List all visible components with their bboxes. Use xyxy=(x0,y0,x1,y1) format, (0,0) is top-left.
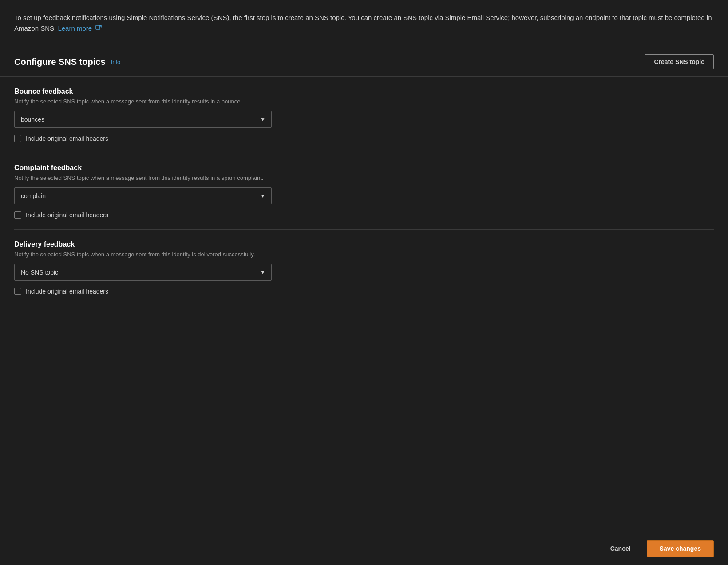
complaint-feedback-select[interactable]: No SNS topic bounces complain xyxy=(14,187,272,204)
delivery-feedback-select[interactable]: No SNS topic bounces complain xyxy=(14,264,272,281)
feedback-sections: Bounce feedback Notify the selected SNS … xyxy=(0,77,728,306)
complaint-feedback-title: Complaint feedback xyxy=(14,164,714,172)
learn-more-link[interactable]: Learn more xyxy=(58,24,92,32)
delivery-feedback-title: Delivery feedback xyxy=(14,240,714,248)
info-badge[interactable]: Info xyxy=(111,59,121,65)
complaint-feedback-block: Complaint feedback Notify the selected S… xyxy=(14,153,714,230)
create-sns-topic-button[interactable]: Create SNS topic xyxy=(645,54,714,69)
bounce-headers-label[interactable]: Include original email headers xyxy=(26,135,108,142)
bounce-checkbox-group: Include original email headers xyxy=(14,135,714,142)
intro-section: To set up feedback notifications using S… xyxy=(0,0,728,45)
intro-text: To set up feedback notifications using S… xyxy=(14,14,712,32)
configure-title: Configure SNS topics xyxy=(14,57,106,67)
page-container: To set up feedback notifications using S… xyxy=(0,0,728,565)
spacer xyxy=(0,306,728,532)
delivery-select-wrapper: No SNS topic bounces complain ▼ xyxy=(14,264,272,281)
footer-bar: Cancel Save changes xyxy=(0,532,728,565)
cancel-button[interactable]: Cancel xyxy=(603,541,638,557)
complaint-headers-label[interactable]: Include original email headers xyxy=(26,211,108,219)
configure-header: Configure SNS topics Info Create SNS top… xyxy=(0,45,728,77)
complaint-feedback-description: Notify the selected SNS topic when a mes… xyxy=(14,175,714,181)
bounce-feedback-select[interactable]: No SNS topic bounces complain xyxy=(14,111,272,128)
bounce-feedback-title: Bounce feedback xyxy=(14,88,714,95)
bounce-select-wrapper: No SNS topic bounces complain ▼ xyxy=(14,111,272,128)
external-link-icon xyxy=(95,24,102,34)
configure-title-group: Configure SNS topics Info xyxy=(14,57,120,67)
delivery-checkbox-group: Include original email headers xyxy=(14,288,714,295)
delivery-feedback-description: Notify the selected SNS topic when a mes… xyxy=(14,251,714,258)
bounce-feedback-block: Bounce feedback Notify the selected SNS … xyxy=(14,77,714,153)
complaint-checkbox-group: Include original email headers xyxy=(14,211,714,219)
complaint-select-wrapper: No SNS topic bounces complain ▼ xyxy=(14,187,272,204)
delivery-headers-checkbox[interactable] xyxy=(14,288,21,295)
save-changes-button[interactable]: Save changes xyxy=(647,540,714,557)
bounce-headers-checkbox[interactable] xyxy=(14,135,21,142)
delivery-headers-label[interactable]: Include original email headers xyxy=(26,288,108,295)
delivery-feedback-block: Delivery feedback Notify the selected SN… xyxy=(14,230,714,306)
complaint-headers-checkbox[interactable] xyxy=(14,211,21,219)
bounce-feedback-description: Notify the selected SNS topic when a mes… xyxy=(14,98,714,105)
